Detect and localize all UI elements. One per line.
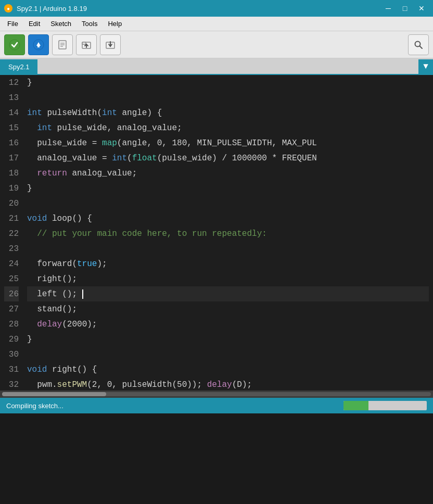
save-button[interactable]	[100, 34, 121, 55]
ln-19: 19	[4, 181, 19, 196]
code-line-20	[27, 196, 429, 211]
upload-button[interactable]	[28, 34, 49, 55]
svg-point-0	[9, 40, 20, 50]
horizontal-scrollbar[interactable]	[0, 390, 433, 398]
code-content[interactable]: } int pulseWidth(int angle) { int pulse_…	[23, 75, 433, 390]
ln-18: 18	[4, 166, 19, 181]
title-bar: ● Spy2.1 | Arduino 1.8.19 ─ □ ✕	[0, 0, 433, 17]
ln-27: 27	[4, 301, 19, 317]
svg-rect-9	[82, 42, 86, 44]
code-line-29: }	[27, 332, 429, 347]
ln-22: 22	[4, 226, 19, 241]
ln-31: 31	[4, 362, 19, 377]
scrollbar-thumb[interactable]	[2, 392, 106, 396]
ln-24: 24	[4, 256, 19, 271]
menu-file[interactable]: File	[2, 18, 23, 30]
svg-line-14	[420, 46, 423, 48]
code-line-30	[27, 347, 429, 362]
tab-bar: Spy2.1 ▼	[0, 58, 433, 75]
editor-area: 12 13 14 15 16 17 18 19 20 21 22 23 24 2…	[0, 75, 433, 398]
code-line-15: int pulse_wide, analog_value;	[27, 120, 429, 135]
code-line-26: left ();	[27, 286, 429, 301]
code-line-31: void right() {	[27, 362, 429, 377]
compile-status-text: Compiling sketch...	[6, 402, 63, 410]
ln-28: 28	[4, 317, 19, 332]
menu-bar: File Edit Sketch Tools Help	[0, 17, 433, 31]
code-line-24: forward(true);	[27, 256, 429, 271]
ln-16: 16	[4, 135, 19, 150]
code-line-18: return analog_value;	[27, 166, 429, 181]
ln-29: 29	[4, 332, 19, 347]
code-line-12: }	[27, 75, 429, 90]
code-line-17: analog_value = int(float(pulse_wide) / 1…	[27, 150, 429, 166]
ln-32: 32	[4, 377, 19, 390]
menu-edit[interactable]: Edit	[23, 18, 45, 30]
code-line-23	[27, 241, 429, 256]
code-line-13	[27, 90, 429, 105]
search-button[interactable]	[408, 34, 429, 55]
compile-bar: Compiling sketch...	[0, 398, 433, 413]
new-button[interactable]	[52, 34, 73, 55]
scrollbar-track	[2, 392, 431, 396]
menu-tools[interactable]: Tools	[77, 18, 103, 30]
ln-14: 14	[4, 105, 19, 120]
tab-dropdown-button[interactable]: ▼	[418, 59, 433, 74]
close-button[interactable]: ✕	[414, 1, 429, 16]
toolbar	[0, 31, 433, 58]
open-button[interactable]	[76, 34, 97, 55]
ln-26: 26	[4, 286, 19, 301]
main-content: 12 13 14 15 16 17 18 19 20 21 22 23 24 2…	[0, 75, 433, 504]
progress-bar-container	[343, 401, 427, 410]
code-line-25: right();	[27, 271, 429, 286]
code-line-19: }	[27, 181, 429, 196]
code-line-27: stand();	[27, 301, 429, 317]
console-area	[0, 413, 433, 504]
window-title: Spy2.1 | Arduino 1.8.19	[17, 5, 87, 12]
ln-23: 23	[4, 241, 19, 256]
title-bar-left: ● Spy2.1 | Arduino 1.8.19	[4, 4, 87, 12]
maximize-button[interactable]: □	[398, 1, 412, 16]
code-view[interactable]: 12 13 14 15 16 17 18 19 20 21 22 23 24 2…	[0, 75, 433, 390]
tab-spy21[interactable]: Spy2.1	[0, 59, 37, 74]
ln-17: 17	[4, 150, 19, 166]
svg-rect-3	[37, 46, 40, 47]
ln-15: 15	[4, 120, 19, 135]
menu-sketch[interactable]: Sketch	[45, 18, 77, 30]
code-line-32: pwm.setPWM(2, 0, pulseWidth(50)); delay(…	[27, 377, 429, 390]
code-line-21: void loop() {	[27, 211, 429, 226]
menu-help[interactable]: Help	[103, 18, 127, 30]
app-icon: ●	[4, 4, 12, 12]
code-line-28: delay(2000);	[27, 317, 429, 332]
title-controls: ─ □ ✕	[381, 1, 429, 16]
ln-20: 20	[4, 196, 19, 211]
verify-button[interactable]	[4, 34, 25, 55]
code-line-22: // put your main code here, to run repea…	[27, 226, 429, 241]
ln-30: 30	[4, 347, 19, 362]
tab-label: Spy2.1	[8, 63, 29, 71]
ln-25: 25	[4, 271, 19, 286]
code-line-14: int pulseWidth(int angle) {	[27, 105, 429, 120]
ln-21: 21	[4, 211, 19, 226]
ln-13: 13	[4, 90, 19, 105]
tab-dropdown-icon: ▼	[423, 62, 428, 71]
progress-bar-fill	[343, 401, 368, 410]
code-line-16: pulse_wide = map(angle, 0, 180, MIN_PULS…	[27, 135, 429, 150]
line-numbers: 12 13 14 15 16 17 18 19 20 21 22 23 24 2…	[0, 75, 23, 390]
ln-12: 12	[4, 75, 19, 90]
minimize-button[interactable]: ─	[381, 1, 396, 16]
